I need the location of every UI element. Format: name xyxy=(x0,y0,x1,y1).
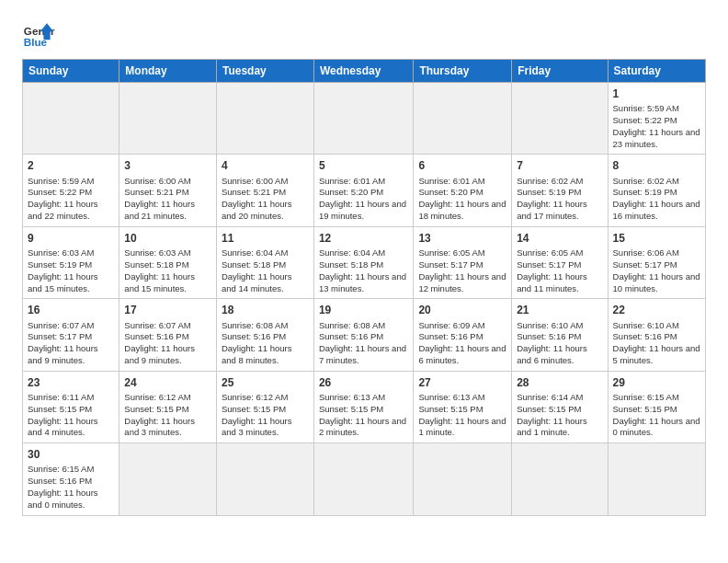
calendar-cell: 27Sunrise: 6:13 AMSunset: 5:15 PMDayligh… xyxy=(414,371,512,442)
day-number: 2 xyxy=(28,158,114,173)
day-info: Sunrise: 6:12 AMSunset: 5:15 PMDaylight:… xyxy=(124,392,211,439)
calendar-cell: 6Sunrise: 6:01 AMSunset: 5:20 PMDaylight… xyxy=(414,155,512,226)
calendar-cell: 16Sunrise: 6:07 AMSunset: 5:17 PMDayligh… xyxy=(23,299,119,371)
day-number: 27 xyxy=(418,375,506,390)
day-info: Sunrise: 6:05 AMSunset: 5:17 PMDaylight:… xyxy=(517,247,602,294)
calendar-cell xyxy=(608,443,705,515)
calendar-cell: 19Sunrise: 6:08 AMSunset: 5:16 PMDayligh… xyxy=(313,299,413,371)
day-number: 23 xyxy=(28,375,114,390)
calendar-cell xyxy=(23,83,119,155)
day-number: 1 xyxy=(613,86,700,101)
calendar-cell: 1Sunrise: 5:59 AMSunset: 5:22 PMDaylight… xyxy=(608,83,705,155)
calendar-week-6: 30Sunrise: 6:15 AMSunset: 5:16 PMDayligh… xyxy=(23,443,706,515)
day-info: Sunrise: 6:00 AMSunset: 5:21 PMDaylight:… xyxy=(222,176,309,223)
calendar-cell: 29Sunrise: 6:15 AMSunset: 5:15 PMDayligh… xyxy=(608,371,705,442)
day-info: Sunrise: 6:04 AMSunset: 5:18 PMDaylight:… xyxy=(319,247,408,294)
day-info: Sunrise: 6:06 AMSunset: 5:17 PMDaylight:… xyxy=(613,247,700,294)
calendar-cell: 9Sunrise: 6:03 AMSunset: 5:19 PMDaylight… xyxy=(23,226,119,298)
calendar-cell: 18Sunrise: 6:08 AMSunset: 5:16 PMDayligh… xyxy=(216,299,313,371)
day-number: 11 xyxy=(222,231,309,246)
day-info: Sunrise: 5:59 AMSunset: 5:22 PMDaylight:… xyxy=(613,103,700,150)
calendar-cell: 14Sunrise: 6:05 AMSunset: 5:17 PMDayligh… xyxy=(512,226,608,298)
calendar-week-2: 2Sunrise: 5:59 AMSunset: 5:22 PMDaylight… xyxy=(23,155,706,226)
calendar-cell: 11Sunrise: 6:04 AMSunset: 5:18 PMDayligh… xyxy=(216,226,313,298)
day-info: Sunrise: 6:02 AMSunset: 5:19 PMDaylight:… xyxy=(613,176,700,223)
day-number: 30 xyxy=(28,447,114,462)
day-number: 29 xyxy=(613,375,700,390)
calendar-cell xyxy=(512,443,608,515)
day-info: Sunrise: 6:07 AMSunset: 5:16 PMDaylight:… xyxy=(124,320,211,367)
day-info: Sunrise: 6:14 AMSunset: 5:15 PMDaylight:… xyxy=(517,392,602,439)
day-header-tuesday: Tuesday xyxy=(216,60,313,83)
day-number: 17 xyxy=(124,303,211,317)
calendar-cell: 8Sunrise: 6:02 AMSunset: 5:19 PMDaylight… xyxy=(608,155,705,226)
calendar-cell: 5Sunrise: 6:01 AMSunset: 5:20 PMDaylight… xyxy=(313,155,413,226)
day-number: 6 xyxy=(418,158,506,173)
calendar-cell xyxy=(119,443,217,515)
day-number: 9 xyxy=(28,231,114,246)
logo: General Blue xyxy=(22,17,55,50)
day-number: 7 xyxy=(517,158,602,173)
day-info: Sunrise: 6:01 AMSunset: 5:20 PMDaylight:… xyxy=(319,176,408,223)
calendar-cell xyxy=(414,83,512,155)
day-info: Sunrise: 6:10 AMSunset: 5:16 PMDaylight:… xyxy=(517,320,602,367)
calendar-cell: 25Sunrise: 6:12 AMSunset: 5:15 PMDayligh… xyxy=(216,371,313,442)
day-info: Sunrise: 6:11 AMSunset: 5:15 PMDaylight:… xyxy=(28,392,114,439)
day-number: 15 xyxy=(613,231,700,246)
day-number: 13 xyxy=(418,231,506,246)
calendar-cell xyxy=(313,83,413,155)
day-info: Sunrise: 6:10 AMSunset: 5:16 PMDaylight:… xyxy=(613,320,700,367)
calendar-cell: 12Sunrise: 6:04 AMSunset: 5:18 PMDayligh… xyxy=(313,226,413,298)
day-number: 10 xyxy=(124,231,211,246)
calendar-week-4: 16Sunrise: 6:07 AMSunset: 5:17 PMDayligh… xyxy=(23,299,706,371)
calendar-week-5: 23Sunrise: 6:11 AMSunset: 5:15 PMDayligh… xyxy=(23,371,706,442)
day-info: Sunrise: 6:01 AMSunset: 5:20 PMDaylight:… xyxy=(418,176,506,223)
calendar-cell: 24Sunrise: 6:12 AMSunset: 5:15 PMDayligh… xyxy=(119,371,217,442)
day-header-friday: Friday xyxy=(512,60,608,83)
day-info: Sunrise: 6:07 AMSunset: 5:17 PMDaylight:… xyxy=(28,320,114,367)
calendar-cell: 26Sunrise: 6:13 AMSunset: 5:15 PMDayligh… xyxy=(313,371,413,442)
day-number: 18 xyxy=(222,303,309,317)
day-header-sunday: Sunday xyxy=(23,60,119,83)
page-header: General Blue xyxy=(0,0,728,59)
day-number: 24 xyxy=(124,375,211,390)
calendar-cell xyxy=(216,443,313,515)
logo-icon: General Blue xyxy=(22,17,55,50)
calendar-cell xyxy=(313,443,413,515)
day-info: Sunrise: 6:03 AMSunset: 5:19 PMDaylight:… xyxy=(28,247,114,294)
calendar-week-3: 9Sunrise: 6:03 AMSunset: 5:19 PMDaylight… xyxy=(23,226,706,298)
day-number: 3 xyxy=(124,158,211,173)
day-number: 25 xyxy=(222,375,309,390)
calendar-table: SundayMondayTuesdayWednesdayThursdayFrid… xyxy=(22,59,706,516)
day-info: Sunrise: 5:59 AMSunset: 5:22 PMDaylight:… xyxy=(28,176,114,223)
calendar-cell: 10Sunrise: 6:03 AMSunset: 5:18 PMDayligh… xyxy=(119,226,217,298)
day-info: Sunrise: 6:15 AMSunset: 5:15 PMDaylight:… xyxy=(613,392,700,439)
day-info: Sunrise: 6:13 AMSunset: 5:15 PMDaylight:… xyxy=(418,392,506,439)
day-info: Sunrise: 6:02 AMSunset: 5:19 PMDaylight:… xyxy=(517,176,602,223)
day-info: Sunrise: 6:05 AMSunset: 5:17 PMDaylight:… xyxy=(418,247,506,294)
calendar-cell: 17Sunrise: 6:07 AMSunset: 5:16 PMDayligh… xyxy=(119,299,217,371)
day-info: Sunrise: 6:09 AMSunset: 5:16 PMDaylight:… xyxy=(418,320,506,367)
day-number: 16 xyxy=(28,303,114,317)
calendar-cell xyxy=(216,83,313,155)
calendar-wrap: SundayMondayTuesdayWednesdayThursdayFrid… xyxy=(0,59,728,527)
calendar-cell: 4Sunrise: 6:00 AMSunset: 5:21 PMDaylight… xyxy=(216,155,313,226)
day-header-saturday: Saturday xyxy=(608,60,705,83)
day-number: 20 xyxy=(418,303,506,317)
calendar-cell: 7Sunrise: 6:02 AMSunset: 5:19 PMDaylight… xyxy=(512,155,608,226)
calendar-cell: 13Sunrise: 6:05 AMSunset: 5:17 PMDayligh… xyxy=(414,226,512,298)
calendar-cell xyxy=(414,443,512,515)
calendar-cell: 22Sunrise: 6:10 AMSunset: 5:16 PMDayligh… xyxy=(608,299,705,371)
day-number: 14 xyxy=(517,231,602,246)
calendar-cell: 30Sunrise: 6:15 AMSunset: 5:16 PMDayligh… xyxy=(23,443,119,515)
day-header-monday: Monday xyxy=(119,60,217,83)
day-number: 4 xyxy=(222,158,309,173)
calendar-cell: 15Sunrise: 6:06 AMSunset: 5:17 PMDayligh… xyxy=(608,226,705,298)
calendar-cell: 2Sunrise: 5:59 AMSunset: 5:22 PMDaylight… xyxy=(23,155,119,226)
calendar-week-1: 1Sunrise: 5:59 AMSunset: 5:22 PMDaylight… xyxy=(23,83,706,155)
calendar-cell xyxy=(119,83,217,155)
day-number: 22 xyxy=(613,303,700,317)
calendar-header-row: SundayMondayTuesdayWednesdayThursdayFrid… xyxy=(23,60,706,83)
day-header-thursday: Thursday xyxy=(414,60,512,83)
day-number: 12 xyxy=(319,231,408,246)
